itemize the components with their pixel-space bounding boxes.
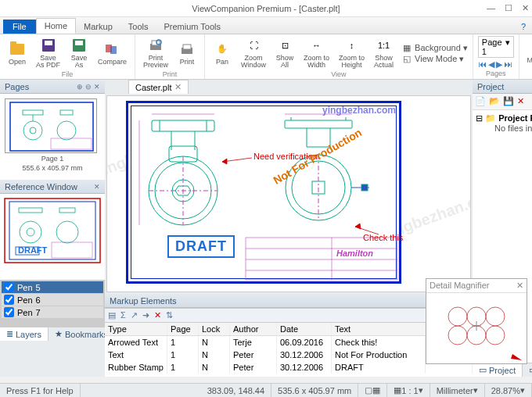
drawing: Hamilton Need verification Check this! D… [126,101,401,284]
file-tab[interactable]: File [3,20,36,34]
minimize-button[interactable]: — [487,3,495,13]
markup-export-icon[interactable]: ↗ [131,310,138,320]
title-bar: ViewCompanion Premium - [Caster.plt] — ☐… [0,0,532,17]
reference-body[interactable]: DRAFT [0,194,105,280]
project-toolbar: 📄 📂 💾 ✕ 🕘 [473,94,532,110]
bookmark-icon: ★ [55,329,63,339]
measure-button[interactable]: 📐Measure [524,38,532,66]
annotation-check: Check this! [363,233,404,242]
svg-rect-47 [246,238,397,280]
markup-row[interactable]: Arrowed Text1NTerje06.09.2016Check this! [105,336,473,349]
document-tab[interactable]: Caster.plt✕ [128,80,189,94]
svg-rect-7 [10,102,93,151]
left-bottom-tabs: ≣Layers ★Bookmarks [0,327,105,341]
markup-row[interactable]: Text1NPeter30.12.2006Not For Production [105,349,473,361]
zoom-window-button[interactable]: ⛶Zoom Window [238,36,269,70]
project-new-icon[interactable]: 📄 [475,96,486,107]
help-icon[interactable]: ? [515,20,532,34]
markup-row[interactable]: Rubber Stamp1NPeter30.12.2006DRAFT [105,361,473,374]
background-button[interactable]: ▦Background▾ [403,43,468,53]
save-as-button[interactable]: Save As [66,36,92,70]
save-as-pdf-button[interactable]: Save As PDF [33,36,63,70]
markup-sum-icon[interactable]: Σ [120,310,126,320]
pen-row[interactable]: Pen7 [2,306,103,318]
tab-home[interactable]: Home [36,18,76,34]
markup-grid: Type Page Lock Author Date Text Distance… [105,323,473,374]
print-preview-button[interactable]: Print Preview [140,36,171,70]
pages-zoom-in-icon[interactable]: ⊕ [77,83,83,91]
status-view-icons: ▢ ▦ [358,384,387,397]
pan-button[interactable]: ✋Pan [210,40,235,67]
project-delete-icon[interactable]: ✕ [517,96,528,107]
tree-empty: No files in project [476,123,532,133]
tab-premium-tools[interactable]: Premium Tools [156,20,228,34]
svg-rect-10 [23,110,43,115]
pages-panel-header: Pages ⊕⊖✕ [0,80,105,94]
next-page-icon[interactable]: ▶ [496,59,502,70]
detail-magnifier[interactable]: Detail Magnifier✕ [426,278,527,364]
svg-point-12 [57,121,76,140]
svg-marker-64 [511,354,522,360]
status-size: 535.6 x 405.97 mm [271,384,358,397]
project-open-icon[interactable]: 📂 [489,96,500,107]
detail-close-icon[interactable]: ✕ [516,281,523,291]
tab-tools[interactable]: Tools [120,20,156,34]
svg-point-9 [30,127,36,134]
markup-sort-icon[interactable]: ⇅ [166,310,173,320]
tab-markup-properties[interactable]: ▭Markup Properties [523,363,532,377]
pen-checkbox[interactable] [4,307,14,317]
page-selector[interactable]: Page 1▾ [478,36,514,58]
zoom-width-button[interactable]: ↔Zoom to Width [300,36,332,70]
status-zoom[interactable]: 28.87% ▾ [485,384,532,397]
close-button[interactable]: ✕ [522,3,529,13]
close-tab-icon[interactable]: ✕ [174,82,182,92]
svg-point-8 [23,121,42,140]
pages-zoom-out-icon[interactable]: ⊖ [85,83,92,91]
pen-row[interactable]: Pen5 [2,281,103,293]
prev-page-icon[interactable]: ◀ [488,59,494,70]
status-unit[interactable]: Millimeter ▾ [430,384,485,397]
project-save-icon[interactable]: 💾 [503,96,514,107]
pen-checkbox[interactable] [4,295,14,305]
compare-button[interactable]: Compare [95,40,130,67]
window-controls: — ☐ ✕ [487,3,529,13]
page-name: Page 1 [5,155,100,163]
tab-markup[interactable]: Markup [76,20,120,34]
svg-marker-53 [222,159,227,164]
markup-goto-icon[interactable]: ➜ [142,310,149,320]
first-page-icon[interactable]: ⏮ [478,59,487,70]
pen-row[interactable]: Pen6 [2,294,103,306]
pages-close-icon[interactable]: ✕ [94,83,100,91]
right-bottom-tabs: ▭Project ▭Markup Properties [473,363,532,377]
svg-point-61 [486,326,505,345]
left-panel: Pages ⊕⊖✕ Page 1 555.6 x 405.97 mm [0,80,105,377]
show-all-button[interactable]: ⊡Show All [272,36,297,70]
markup-filter-icon[interactable]: ▤ [108,310,116,320]
center-area: Caster.plt✕ yingbezhan.com yingbezhan.co… [105,80,473,377]
tab-project[interactable]: ▭Project [473,363,523,377]
svg-point-18 [27,228,34,236]
open-button[interactable]: Open [5,40,30,67]
canvas[interactable]: yingbezhan.com yingbezhan.com [106,95,471,292]
show-actual-button[interactable]: 1:1Show Actual [371,36,397,70]
view-single-icon[interactable]: ▢ [365,385,372,395]
status-scale[interactable]: ▦ 1 : 1 ▾ [387,384,430,397]
svg-point-58 [486,307,505,326]
pen-checkbox[interactable] [4,282,14,292]
tree-root[interactable]: ⊟ 📁 Project Files [476,113,532,123]
last-page-icon[interactable]: ⏭ [504,59,512,70]
view-multi-icon[interactable]: ▦ [372,385,380,395]
tab-layers[interactable]: ≣Layers [0,327,49,341]
page-thumbnail[interactable] [5,98,97,153]
markup-delete-icon[interactable]: ✕ [154,310,161,320]
view-mode-button[interactable]: ◱View Mode▾ [403,54,468,64]
window-title: ViewCompanion Premium - [Caster.plt] [192,4,340,13]
maximize-button[interactable]: ☐ [505,3,512,13]
page-dims: 555.6 x 405.97 mm [5,164,100,172]
svg-rect-6 [183,45,191,49]
ref-close-icon[interactable]: ✕ [94,183,100,191]
svg-point-17 [20,221,41,243]
project-panel-header: Project ✕ [473,80,532,94]
zoom-height-button[interactable]: ↕Zoom to Height [336,36,368,70]
print-button[interactable]: Print [174,40,200,67]
